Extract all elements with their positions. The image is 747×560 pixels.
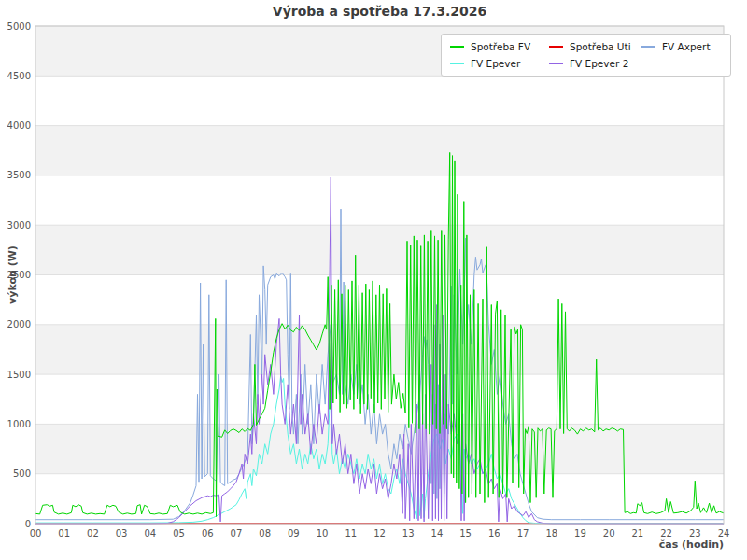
y-tick-label: 0 [25, 519, 31, 529]
y-tick-label: 4000 [7, 120, 31, 131]
y-axis-label: výkon (W) [7, 135, 19, 415]
x-tick-label: 00 [30, 528, 42, 539]
legend-label: FV Axpert [662, 41, 711, 52]
y-tick-label: 5000 [7, 21, 31, 32]
x-tick-label: 23 [689, 528, 701, 539]
x-tick-label: 10 [317, 528, 329, 539]
legend-label: Spotřeba FV [471, 41, 530, 52]
legend-line-sample [641, 46, 655, 49]
x-tick-label: 13 [402, 528, 415, 539]
x-tick-label: 24 [718, 528, 730, 539]
plot-svg: 0500100015002000250030003500400045005000… [0, 0, 747, 560]
x-tick-label: 12 [374, 528, 386, 539]
x-tick-label: 17 [517, 528, 529, 539]
x-tick-label: 08 [259, 528, 271, 539]
grid-band [35, 225, 724, 274]
legend-label: FV Epever 2 [570, 58, 628, 69]
legend-item-fv-epever-2: FV Epever 2 [549, 58, 641, 69]
legend-item-spotreba-fv: Spotřeba FV [450, 41, 549, 52]
legend: Spotřeba FVSpotřeba UtiFV AxpertFV Epeve… [441, 34, 731, 77]
legend-line-sample [450, 46, 464, 49]
x-tick-label: 19 [574, 528, 586, 539]
x-tick-label: 22 [660, 528, 672, 539]
y-tick-label: 500 [13, 469, 31, 479]
x-tick-label: 21 [632, 528, 644, 539]
legend-item-fv-epever: FV Epever [450, 58, 549, 69]
chart-title: Výroba a spotřeba 17.3.2026 [35, 4, 724, 19]
legend-line-sample [549, 63, 563, 65]
chart-figure: 0500100015002000250030003500400045005000… [0, 0, 747, 560]
legend-label: Spotřeba Uti [570, 41, 631, 52]
x-tick-label: 02 [87, 528, 99, 539]
x-tick-label: 16 [488, 528, 500, 539]
x-tick-label: 14 [431, 528, 444, 539]
x-tick-label: 06 [202, 528, 214, 539]
x-tick-label: 20 [603, 528, 615, 539]
y-tick-label: 4500 [7, 71, 31, 81]
legend-item-spotreba-uti: Spotřeba Uti [549, 41, 641, 52]
x-tick-label: 05 [173, 528, 185, 539]
x-tick-label: 07 [231, 528, 243, 539]
x-tick-label: 04 [144, 528, 156, 539]
grid-band [35, 126, 724, 175]
x-tick-label: 03 [116, 528, 128, 539]
legend-item-fv-axpert: FV Axpert [641, 41, 722, 52]
legend-line-sample [450, 63, 464, 65]
x-axis-label: čas (hodin) [659, 539, 724, 551]
x-tick-label: 18 [545, 528, 557, 539]
x-tick-label: 11 [345, 528, 357, 539]
x-tick-label: 09 [288, 528, 300, 539]
x-tick-label: 01 [58, 528, 70, 539]
y-tick-label: 1000 [7, 419, 31, 429]
x-tick-label: 15 [459, 528, 472, 539]
grid-band [35, 325, 724, 374]
legend-label: FV Epever [471, 58, 520, 69]
legend-line-sample [549, 46, 563, 49]
